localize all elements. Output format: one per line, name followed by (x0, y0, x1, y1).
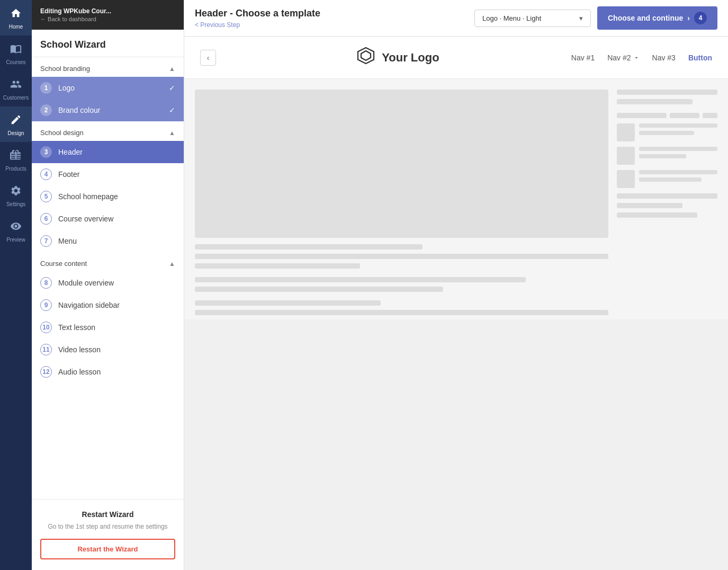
preview-prev-button[interactable]: ‹ (200, 50, 216, 66)
wizard-item-navigation-sidebar[interactable]: 9 Navigation sidebar (32, 294, 184, 316)
nav-item-settings[interactable]: Settings (0, 177, 32, 213)
nav-button[interactable]: Button (688, 54, 712, 62)
nav-label-courses: Courses (6, 59, 25, 66)
step-num-3: 3 (40, 146, 52, 158)
home-icon (10, 7, 22, 22)
step-num-7: 7 (40, 235, 52, 247)
preview-header: ‹ Your Logo Nav #1 Nav #2 Nav #3 Button (184, 37, 728, 79)
step-num-10: 10 (40, 322, 52, 333)
nav-label-design: Design (7, 130, 24, 137)
wizard-header: Editing WPKube Cour... Back to dashboard (32, 0, 184, 30)
wizard-item-footer-label: Footer (58, 170, 79, 179)
wizard-item-footer[interactable]: 4 Footer (32, 163, 184, 185)
design-icon (10, 114, 22, 128)
wizard-item-school-homepage-label: School homepage (58, 192, 118, 201)
wizard-item-logo-label: Logo (58, 84, 75, 92)
nav-label-home: Home (9, 24, 23, 30)
logo-icon (356, 46, 375, 69)
wizard-item-logo[interactable]: 1 Logo ✓ (32, 77, 184, 99)
restart-wizard-button[interactable]: Restart the Wizard (40, 539, 175, 559)
nav-sidebar: Home Courses Customers Design Products S… (0, 0, 32, 570)
wizard-item-course-overview-label: Course overview (58, 215, 113, 223)
nav-item-preview[interactable]: Preview (0, 213, 32, 248)
nav-link-1[interactable]: Nav #1 (571, 54, 595, 62)
school-design-section-header[interactable]: School design ▲ (32, 121, 184, 141)
step-num-8: 8 (40, 277, 52, 289)
step-num-1: 1 (40, 82, 52, 94)
course-content-chevron-icon: ▲ (169, 260, 175, 268)
nav-label-products: Products (5, 166, 26, 172)
logo-text: Your Logo (382, 51, 439, 65)
wizard-item-text-lesson-label: Text lesson (58, 323, 95, 332)
wizard-item-video-lesson[interactable]: 11 Video lesson (32, 339, 184, 361)
branding-chevron-icon: ▲ (169, 65, 175, 73)
courses-icon (10, 43, 22, 57)
svg-marker-0 (358, 48, 374, 64)
step-num-2: 2 (40, 104, 52, 116)
course-content-label: Course content (40, 260, 87, 268)
top-bar-right: Logo · Menu · Light ▾ Choose and continu… (474, 6, 717, 30)
school-branding-section-header[interactable]: School branding ▲ (32, 57, 184, 77)
design-chevron-icon: ▲ (169, 129, 175, 137)
step-num-12: 12 (40, 366, 52, 378)
nav-label-preview: Preview (6, 237, 25, 243)
wizard-item-header[interactable]: 3 Header (32, 141, 184, 163)
nav-label-customers: Customers (3, 95, 29, 101)
wizard-item-text-lesson[interactable]: 10 Text lesson (32, 316, 184, 339)
wizard-item-school-homepage[interactable]: 5 School homepage (32, 185, 184, 208)
page-title: Header - Choose a template (195, 8, 320, 19)
wizard-item-header-label: Header (58, 148, 83, 156)
main-content: Header - Choose a template Previous Step… (184, 0, 728, 570)
logo-area: Your Logo (356, 46, 439, 69)
restart-section: Restart Wizard Go to the 1st step and re… (32, 499, 184, 570)
preview-icon (10, 220, 22, 235)
wizard-item-module-overview[interactable]: 8 Module overview (32, 272, 184, 294)
wizard-sidebar: Editing WPKube Cour... Back to dashboard… (32, 0, 184, 570)
wizard-item-audio-lesson-label: Audio lesson (58, 368, 101, 376)
wizard-item-brand-colour-label: Brand colour (58, 106, 100, 114)
choose-btn-label: Choose and continue (608, 14, 683, 22)
step-num-9: 9 (40, 299, 52, 311)
preview-nav-links: Nav #1 Nav #2 Nav #3 Button (571, 54, 712, 62)
nav-item-courses[interactable]: Courses (0, 35, 32, 71)
nav-link-3[interactable]: Nav #3 (652, 54, 676, 62)
template-dropdown-value: Logo · Menu · Light (482, 14, 541, 22)
logo-check-icon: ✓ (169, 84, 175, 92)
previous-step-link[interactable]: Previous Step (195, 21, 320, 29)
top-bar-left: Header - Choose a template Previous Step (195, 8, 320, 29)
step-num-11: 11 (40, 344, 52, 355)
wizard-title: School Wizard (32, 30, 184, 57)
dropdown-arrow-icon: ▾ (579, 14, 583, 22)
wizard-item-module-overview-label: Module overview (58, 279, 114, 287)
step-num-4: 4 (40, 168, 52, 180)
school-branding-label: School branding (40, 65, 90, 73)
top-bar: Header - Choose a template Previous Step… (184, 0, 728, 37)
nav-item-products[interactable]: Products (0, 142, 32, 177)
course-content-section-header[interactable]: Course content ▲ (32, 252, 184, 272)
choose-btn-arrow-icon: › (687, 14, 690, 22)
step-num-5: 5 (40, 191, 52, 202)
nav-item-home[interactable]: Home (0, 0, 32, 35)
wizard-item-menu-label: Menu (58, 237, 77, 245)
wizard-item-menu[interactable]: 7 Menu (32, 230, 184, 252)
nav-label-settings: Settings (6, 201, 25, 208)
settings-icon (10, 185, 22, 199)
choose-and-continue-button[interactable]: Choose and continue › 4 (597, 6, 717, 30)
back-to-dashboard-link[interactable]: Back to dashboard (40, 16, 175, 22)
wizard-item-navigation-sidebar-label: Navigation sidebar (58, 301, 120, 309)
brand-colour-check-icon: ✓ (169, 106, 175, 114)
editing-label: Editing WPKube Cour... (40, 7, 175, 15)
wizard-item-brand-colour[interactable]: 2 Brand colour ✓ (32, 99, 184, 121)
nav-item-design[interactable]: Design (0, 106, 32, 142)
nav-link-2[interactable]: Nav #2 (607, 54, 639, 62)
customers-icon (10, 78, 22, 93)
step-num-6: 6 (40, 213, 52, 225)
svg-marker-1 (361, 51, 371, 60)
wizard-item-video-lesson-label: Video lesson (58, 345, 101, 354)
school-design-label: School design (40, 129, 84, 137)
wizard-item-audio-lesson[interactable]: 12 Audio lesson (32, 361, 184, 383)
step-badge: 4 (694, 12, 707, 24)
template-dropdown[interactable]: Logo · Menu · Light ▾ (474, 10, 591, 27)
wizard-item-course-overview[interactable]: 6 Course overview (32, 208, 184, 230)
nav-item-customers[interactable]: Customers (0, 71, 32, 106)
